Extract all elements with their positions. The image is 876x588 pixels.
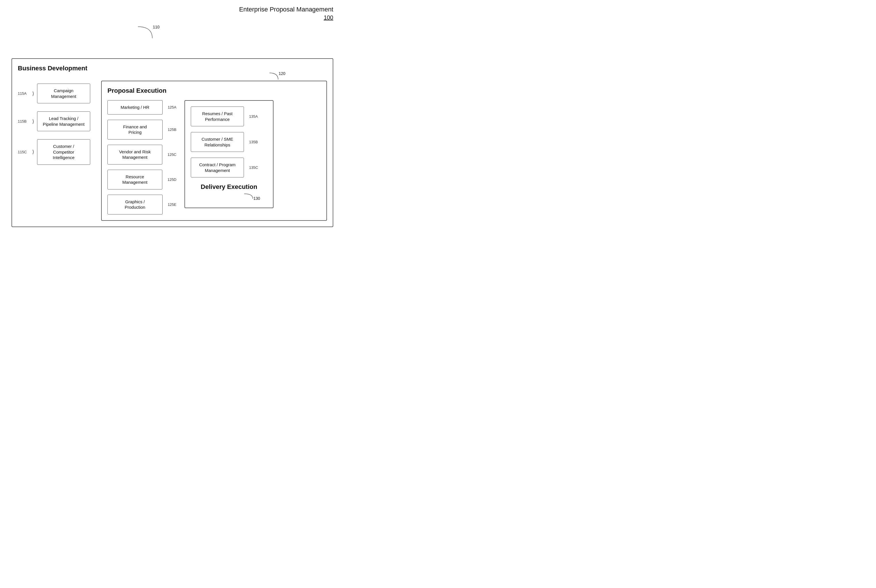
pe-box-graphics-prod: Graphics /Production [107, 195, 162, 214]
de-box-contract-prog-mgmt: Contract / ProgramManagement [191, 158, 244, 177]
right-section: 120 Proposal Execution Marketing / HR 12… [101, 81, 327, 221]
pe-item-125e: Graphics /Production 125E [107, 195, 176, 214]
de-item-135a: Resumes / PastPerformance 135A [191, 106, 267, 126]
bd-label-115b: 115B [18, 119, 29, 123]
pe-box-marketing-hr: Marketing / HR [107, 100, 162, 114]
pe-box-resource-mgmt: ResourceManagement [107, 170, 162, 189]
de-item-135b: Customer / SMERelationships 135B [191, 132, 267, 152]
svg-text:110: 110 [153, 25, 160, 29]
label-130: 130 [191, 192, 267, 202]
bd-item-115c: 115C Customer / CompetitorIntelligence [18, 139, 93, 165]
bd-box-campaign-mgmt: CampaignManagement [37, 84, 90, 104]
pe-label-125d: 125D [167, 177, 176, 182]
delivery-exec-container: Resumes / PastPerformance 135A Customer … [185, 100, 273, 208]
bd-box-customer-intel: Customer / CompetitorIntelligence [37, 139, 90, 165]
pe-label-125b: 125B [168, 128, 176, 132]
bd-item-115a: 115A CampaignManagement [18, 84, 93, 104]
bd-arrow-115a [32, 90, 34, 97]
bd-label-115a: 115A [18, 91, 29, 96]
pe-item-125a: Marketing / HR 125A [107, 100, 176, 114]
pe-box-vendor-risk: Vendor and RiskManagement [107, 145, 162, 165]
bd-label-115c: 115C [18, 150, 29, 154]
proposal-exec-container: Proposal Execution Marketing / HR 125A [101, 81, 327, 221]
de-item-135c: Contract / ProgramManagement 135C [191, 158, 267, 177]
bd-arrow-115b [32, 118, 34, 124]
pe-item-125b: Finance andPricing 125B [107, 120, 176, 140]
page-header: Enterprise Proposal Management 100 [12, 6, 333, 21]
pe-label-125c: 125C [167, 153, 176, 157]
svg-text:130: 130 [253, 196, 260, 201]
bd-box-lead-tracking: Lead Tracking /Pipeline Management [37, 111, 90, 131]
pe-items-list: Marketing / HR 125A Finance andPricing 1… [107, 100, 176, 214]
delivery-exec-title: Delivery Execution [191, 183, 267, 190]
bd-arrow-115c [32, 149, 34, 155]
pe-label-125e: 125E [168, 202, 176, 207]
pe-label-125a: 125A [168, 105, 176, 110]
bd-item-115b: 115B Lead Tracking /Pipeline Management [18, 111, 93, 131]
de-box-resumes-past-perf: Resumes / PastPerformance [191, 106, 244, 126]
svg-text:120: 120 [279, 71, 285, 76]
de-box-customer-sme: Customer / SMERelationships [191, 132, 244, 152]
pe-item-125d: ResourceManagement 125D [107, 170, 176, 189]
pe-item-125c: Vendor and RiskManagement 125C [107, 145, 176, 165]
business-dev-container: Business Development 115A CampaignManage… [12, 58, 333, 227]
de-items-list: Resumes / PastPerformance 135A Customer … [191, 106, 267, 177]
bd-section: 115A CampaignManagement 115B Lead Tracki… [18, 81, 93, 165]
label-120: 120 [261, 72, 295, 81]
page-title: Enterprise Proposal Management [239, 6, 333, 13]
proposal-exec-title: Proposal Execution [107, 87, 321, 94]
de-label-135a: 135A [249, 114, 258, 118]
diagram-ref: 100 [12, 14, 333, 21]
pe-box-finance-pricing: Finance andPricing [107, 120, 162, 140]
pe-and-delivery-layout: Marketing / HR 125A Finance andPricing 1… [107, 100, 321, 214]
bd-items-list: 115A CampaignManagement 115B Lead Tracki… [18, 84, 93, 165]
de-label-135c: 135C [249, 165, 258, 170]
de-label-135b: 135B [249, 140, 258, 144]
